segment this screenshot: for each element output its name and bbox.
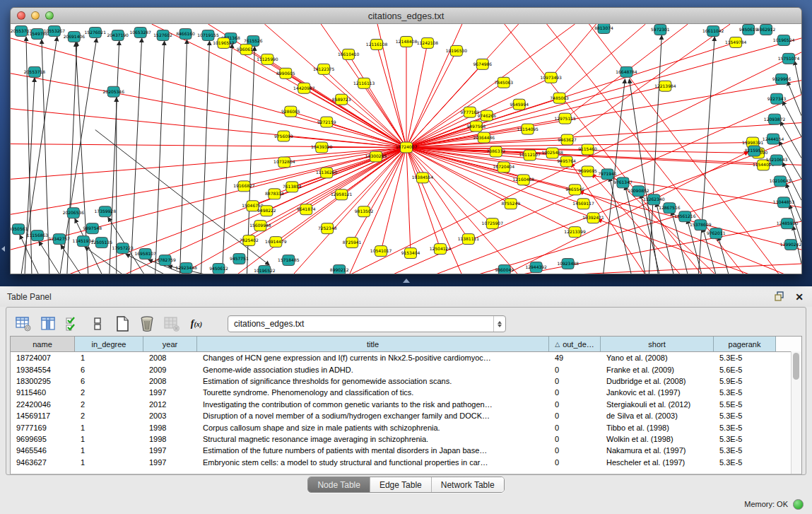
graph-node[interactable]: 9463627 xyxy=(558,134,577,145)
table-cell[interactable]: 14569117 xyxy=(11,411,75,420)
table-cell[interactable]: 1998 xyxy=(143,424,197,432)
graph-node[interactable]: 9545994 xyxy=(510,99,529,110)
graph-node[interactable]: 20691406 xyxy=(64,31,86,42)
graph-edge[interactable] xyxy=(11,144,406,148)
table-cell[interactable]: Wolkin et al. (1998) xyxy=(601,435,714,443)
table-cell[interactable]: 2012 xyxy=(143,400,197,409)
graph-node[interactable]: 8813074 xyxy=(594,24,613,33)
graph-node[interactable]: 12485930 xyxy=(777,218,799,229)
table-cell[interactable]: Changes of HCN gene expression and I(f) … xyxy=(197,354,549,362)
memory-status-icon[interactable] xyxy=(793,499,804,510)
graph-edge[interactable] xyxy=(11,109,406,148)
table-cell[interactable]: Stergiakouli et al. (2012) xyxy=(601,400,714,409)
graph-edge[interactable] xyxy=(579,191,787,274)
scrollbar-thumb[interactable] xyxy=(793,353,799,380)
column-header-in_degree[interactable]: in_degree xyxy=(75,337,143,351)
graph-node[interactable]: 20206536 xyxy=(63,208,85,218)
delete-column-icon[interactable] xyxy=(163,315,181,333)
table-cell[interactable]: 18724007 xyxy=(11,354,75,362)
row-options-icon[interactable] xyxy=(88,315,107,333)
table-cell[interactable]: 5.5E-5 xyxy=(714,400,776,409)
table-cell[interactable]: 2 xyxy=(75,411,143,420)
graph-node[interactable]: 19166827 xyxy=(233,181,255,192)
graph-edge[interactable] xyxy=(406,38,801,148)
tab-edge-table[interactable]: Edge Table xyxy=(370,477,432,492)
table-cell[interactable]: 0 xyxy=(549,446,601,455)
table-row[interactable]: 911546021997Tourette syndrome. Phenomeno… xyxy=(11,387,801,398)
graph-node[interactable]: 10541017 xyxy=(370,246,392,257)
graph-edge[interactable] xyxy=(155,41,165,274)
table-cell[interactable]: 0 xyxy=(549,366,601,374)
table-cell[interactable]: 0 xyxy=(549,377,601,385)
graph-node[interactable]: 16958107 xyxy=(134,249,156,259)
graph-edge[interactable] xyxy=(61,245,81,274)
table-cell[interactable]: de Silva et al. (2003) xyxy=(601,411,714,420)
table-cell[interactable]: 0 xyxy=(549,388,601,397)
table-vertical-scrollbar[interactable] xyxy=(791,351,801,474)
graph-node[interactable]: 7485063 xyxy=(550,93,569,103)
graph-node[interactable]: 7386372 xyxy=(486,146,505,157)
table-cell[interactable]: Tibbo et al. (1998) xyxy=(601,424,714,432)
table-cell[interactable]: 1997 xyxy=(143,446,197,455)
graph-node[interactable]: 1527602 xyxy=(153,30,172,40)
table-cell[interactable]: 0 xyxy=(549,400,601,409)
table-cell[interactable]: 5.3E-5 xyxy=(714,446,776,455)
graph-node[interactable]: 10439320 xyxy=(311,142,333,153)
function-builder-icon[interactable]: f(x) xyxy=(187,315,206,333)
table-cell[interactable]: 2008 xyxy=(143,377,197,385)
graph-edge[interactable] xyxy=(629,79,658,274)
graph-node[interactable]: 20437190 xyxy=(107,30,129,40)
graph-node[interactable]: 10653287 xyxy=(129,27,151,37)
zoom-window-button[interactable] xyxy=(45,11,54,20)
graph-node[interactable]: 12975115 xyxy=(554,113,576,124)
graph-node[interactable]: 16611042 xyxy=(702,25,724,36)
table-cell[interactable]: 5.3E-5 xyxy=(714,388,776,397)
table-cell[interactable]: Genome-wide association studies in ADHD. xyxy=(197,366,549,374)
graph-node[interactable]: 12160468 xyxy=(512,175,534,185)
graph-node[interactable]: 8878334 xyxy=(265,189,284,199)
column-header-name[interactable]: name xyxy=(11,337,75,351)
table-cell[interactable]: 9465546 xyxy=(11,446,75,455)
window-titlebar[interactable]: citations_edges.txt xyxy=(11,8,801,24)
column-header-out_de[interactable]: △out_de… xyxy=(549,337,601,351)
graph-edge[interactable] xyxy=(406,51,457,148)
graph-node[interactable]: 10210643 xyxy=(770,176,792,187)
table-cell[interactable]: 1997 xyxy=(143,458,197,467)
graph-node[interactable]: 11136260 xyxy=(316,168,338,178)
table-row[interactable]: 1872400712008Changes of HCN gene express… xyxy=(11,352,801,363)
graph-node[interactable]: 9756093 xyxy=(274,131,293,141)
graph-node[interactable]: 9450612 xyxy=(209,264,228,274)
tab-network-table[interactable]: Network Table xyxy=(432,477,504,492)
graph-node[interactable]: 7845063 xyxy=(494,77,513,88)
table-cell[interactable]: Investigating the contribution of common… xyxy=(197,400,549,409)
close-panel-icon[interactable]: ✕ xyxy=(794,291,805,303)
graph-node[interactable]: 9762011 xyxy=(707,228,726,239)
graph-node[interactable]: 11125990 xyxy=(257,54,278,64)
table-cell[interactable]: 9699695 xyxy=(11,435,75,443)
table-row[interactable]: 1456911722003Disruption of a novel membe… xyxy=(11,410,801,421)
table-cell[interactable]: 2003 xyxy=(143,411,197,420)
float-panel-icon[interactable] xyxy=(774,291,785,303)
graph-node[interactable]: 18122375 xyxy=(313,64,335,74)
graph-node[interactable]: 8990212 xyxy=(330,265,349,274)
graph-node[interactable]: 10196522 xyxy=(254,266,276,274)
table-cell[interactable]: 2 xyxy=(75,388,143,397)
graph-node[interactable]: 16610410 xyxy=(338,49,360,59)
table-cell[interactable]: 1 xyxy=(75,435,143,443)
graph-node[interactable]: 9457751 xyxy=(230,254,249,264)
table-cell[interactable]: 5.3E-5 xyxy=(714,411,776,420)
graph-node[interactable]: 9465546 xyxy=(565,185,584,195)
minimize-window-button[interactable] xyxy=(31,11,40,20)
graph-node[interactable]: 12148408 xyxy=(396,36,418,47)
table-cell[interactable]: 0 xyxy=(549,435,601,443)
table-cell[interactable]: 5.6E-5 xyxy=(714,366,776,374)
graph-edge[interactable] xyxy=(201,41,210,274)
graph-node[interactable]: 11242108 xyxy=(417,37,439,48)
graph-node[interactable]: 12867516 xyxy=(659,203,681,214)
graph-node[interactable]: 9286065 xyxy=(281,106,300,117)
graph-edge[interactable] xyxy=(718,236,729,274)
column-header-year[interactable]: year xyxy=(143,337,197,351)
table-cell[interactable]: 0 xyxy=(549,424,601,432)
graph-edge[interactable] xyxy=(551,24,596,78)
citation-network-graph[interactable]: 1872400720553787115497861055326720691406… xyxy=(11,24,801,274)
